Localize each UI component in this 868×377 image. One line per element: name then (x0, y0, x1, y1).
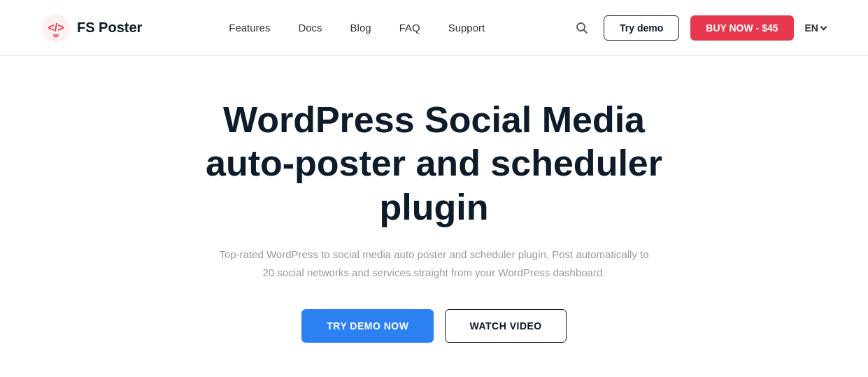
search-button[interactable] (571, 17, 592, 38)
language-selector[interactable]: EN (805, 22, 826, 34)
nav-support[interactable]: Support (448, 22, 485, 34)
site-header: </> FS Poster Features Docs Blog FAQ Sup… (0, 0, 868, 56)
svg-line-5 (584, 29, 588, 33)
lang-label: EN (805, 22, 818, 34)
hero-cta-group: TRY DEMO NOW WATCH VIDEO (301, 309, 566, 343)
logo-text: FS Poster (77, 20, 142, 36)
svg-text:</>: </> (48, 22, 64, 34)
hero-title: WordPress Social Media auto-poster and s… (190, 98, 679, 229)
main-nav: Features Docs Blog FAQ Support (229, 22, 485, 34)
nav-features[interactable]: Features (229, 22, 270, 34)
try-demo-now-button[interactable]: TRY DEMO NOW (301, 309, 434, 343)
chevron-down-icon (820, 24, 827, 31)
search-icon (576, 22, 588, 34)
nav-faq[interactable]: FAQ (399, 22, 420, 34)
hero-subtitle: Top-rated WordPress to social media auto… (218, 246, 651, 281)
nav-docs[interactable]: Docs (298, 22, 322, 34)
try-demo-button[interactable]: Try demo (604, 15, 679, 41)
buy-now-button[interactable]: BUY NOW - $45 (690, 15, 793, 41)
watch-video-button[interactable]: WATCH VIDEO (445, 309, 566, 343)
header-actions: Try demo BUY NOW - $45 EN (571, 15, 826, 41)
nav-blog[interactable]: Blog (350, 22, 371, 34)
hero-section: WordPress Social Media auto-poster and s… (0, 56, 868, 377)
logo-icon: </> (42, 14, 70, 42)
logo[interactable]: </> FS Poster (42, 14, 142, 42)
